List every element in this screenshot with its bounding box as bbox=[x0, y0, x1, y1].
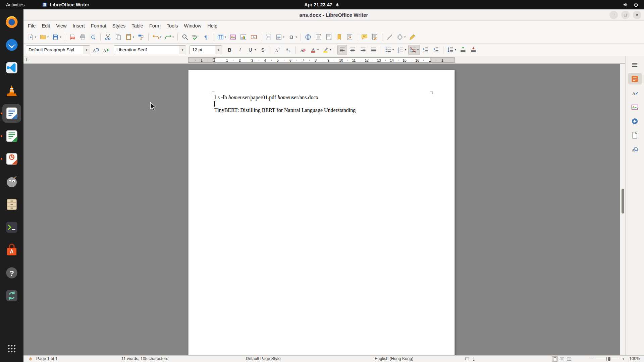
dropdown-arrow-icon[interactable]: ▾ bbox=[255, 48, 256, 51]
increase-indent-button[interactable] bbox=[421, 45, 430, 55]
sidebar-tab-properties[interactable] bbox=[628, 73, 642, 84]
dock-firefox[interactable] bbox=[2, 13, 21, 32]
subscript-button[interactable] bbox=[283, 45, 293, 55]
view-book-button[interactable] bbox=[566, 356, 572, 362]
doc-line-2[interactable] bbox=[214, 101, 430, 107]
clear-formatting-button[interactable] bbox=[298, 45, 308, 55]
special-character-button[interactable]: ▾ bbox=[286, 32, 298, 42]
dropdown-arrow-icon[interactable]: ▾ bbox=[283, 36, 284, 39]
dock-help[interactable] bbox=[2, 263, 21, 282]
sidebar-tab-style-inspector[interactable] bbox=[628, 143, 642, 155]
insert-comment-button[interactable] bbox=[360, 32, 369, 42]
export-pdf-button[interactable] bbox=[67, 32, 77, 42]
document-text[interactable]: Ls -lh homeuser/paper01.pdf homeuser/ans… bbox=[214, 94, 430, 113]
hyperlink-button[interactable] bbox=[303, 32, 313, 42]
strikethrough-button[interactable]: S bbox=[258, 45, 268, 55]
update-style-button[interactable] bbox=[91, 45, 101, 55]
dropdown-arrow-icon[interactable]: ▾ bbox=[455, 48, 456, 51]
dock-terminal[interactable] bbox=[2, 218, 21, 237]
dock-libreoffice-writer[interactable] bbox=[2, 104, 21, 123]
font-size-combobox[interactable]: 12 pt ▾ bbox=[190, 45, 222, 54]
system-status-area[interactable] bbox=[623, 2, 644, 7]
menu-file[interactable]: File bbox=[25, 22, 39, 30]
paragraph-style-combobox[interactable]: Default Paragraph Styl ▾ bbox=[26, 45, 90, 54]
menu-insert[interactable]: Insert bbox=[70, 22, 88, 30]
dropdown-arrow-icon[interactable]: ▾ bbox=[60, 36, 61, 39]
new-style-button[interactable] bbox=[101, 45, 111, 55]
superscript-button[interactable] bbox=[273, 45, 282, 55]
left-indent-marker[interactable] bbox=[213, 60, 216, 62]
insert-line-button[interactable] bbox=[385, 32, 394, 42]
dock-thunderbird[interactable] bbox=[2, 36, 21, 54]
dropdown-arrow-icon[interactable]: ▾ bbox=[225, 36, 226, 39]
zoom-percentage[interactable]: 100% bbox=[629, 356, 640, 361]
menu-help[interactable]: Help bbox=[204, 22, 220, 30]
spelling-button[interactable] bbox=[191, 32, 200, 42]
word-count-status[interactable]: 11 words, 105 characters bbox=[121, 356, 168, 361]
page-style-status[interactable]: Default Page Style bbox=[246, 356, 281, 361]
insert-bookmark-button[interactable] bbox=[334, 32, 344, 42]
activities-button[interactable]: Activities bbox=[0, 0, 31, 9]
menu-view[interactable]: View bbox=[53, 22, 69, 30]
insert-chart-button[interactable] bbox=[238, 32, 248, 42]
dock-gimp[interactable] bbox=[2, 172, 21, 191]
unordered-list-button[interactable]: ▾ bbox=[383, 45, 395, 55]
menu-window[interactable]: Window bbox=[181, 22, 205, 30]
vertical-scrollbar[interactable] bbox=[620, 64, 625, 355]
dropdown-arrow-icon[interactable]: ▾ bbox=[405, 48, 406, 51]
paste-button[interactable]: ▾ bbox=[124, 32, 136, 42]
dock-show-applications[interactable] bbox=[2, 339, 21, 358]
first-line-indent-marker[interactable] bbox=[213, 58, 216, 60]
highlight-color-button[interactable]: ▾ bbox=[321, 45, 332, 55]
line-spacing-button[interactable]: ▾ bbox=[446, 45, 458, 55]
copy-button[interactable] bbox=[113, 32, 123, 42]
font-color-button[interactable]: ▾ bbox=[308, 45, 320, 55]
dock-utilities[interactable] bbox=[2, 286, 21, 305]
track-changes-button[interactable] bbox=[370, 32, 380, 42]
title-bar[interactable]: ans.docx - LibreOffice Writer −□× bbox=[23, 9, 644, 21]
insert-image-button[interactable] bbox=[228, 32, 238, 42]
language-status[interactable]: English (Hong Kong) bbox=[375, 356, 413, 361]
justify-button[interactable] bbox=[369, 45, 378, 55]
menu-form[interactable]: Form bbox=[146, 22, 164, 30]
dock-vlc[interactable] bbox=[2, 81, 21, 100]
zoom-in-button[interactable]: + bbox=[622, 356, 625, 362]
view-multi-page-button[interactable] bbox=[559, 356, 565, 362]
dropdown-arrow-icon[interactable]: ▾ bbox=[317, 48, 319, 51]
cut-button[interactable] bbox=[103, 32, 113, 42]
undo-button[interactable]: ▾ bbox=[151, 32, 163, 42]
focused-app-indicator[interactable]: LibreOffice Writer bbox=[42, 2, 89, 7]
sidebar-settings-button[interactable] bbox=[628, 59, 642, 70]
zoom-track[interactable] bbox=[594, 356, 620, 362]
page-number-status[interactable]: Page 1 of 1 bbox=[36, 356, 58, 361]
menu-format[interactable]: Format bbox=[88, 22, 109, 30]
zoom-out-button[interactable]: − bbox=[589, 356, 592, 362]
document-page[interactable]: Ls -lh homeuser/paper01.pdf homeuser/ans… bbox=[188, 70, 455, 355]
view-single-page-button[interactable] bbox=[552, 356, 558, 362]
menu-table[interactable]: Table bbox=[128, 22, 146, 30]
insert-textbox-button[interactable] bbox=[249, 32, 259, 42]
doc-line-1[interactable]: Ls -lh homeuser/paper01.pdf homeuser/ans… bbox=[214, 94, 430, 101]
dropdown-arrow-icon[interactable]: ▾ bbox=[47, 36, 49, 39]
menu-tools[interactable]: Tools bbox=[164, 22, 181, 30]
sidebar-tab-gallery[interactable] bbox=[628, 101, 642, 113]
dock-libreoffice-calc[interactable] bbox=[2, 127, 21, 145]
chevron-down-icon[interactable]: ▾ bbox=[83, 46, 90, 54]
find-replace-button[interactable] bbox=[180, 32, 190, 42]
dropdown-arrow-icon[interactable]: ▾ bbox=[392, 48, 394, 51]
dropdown-arrow-icon[interactable]: ▾ bbox=[404, 36, 406, 39]
insert-endnote-button[interactable] bbox=[324, 32, 334, 42]
sidebar-tab-page[interactable] bbox=[628, 129, 642, 141]
dropdown-arrow-icon[interactable]: ▾ bbox=[296, 36, 297, 39]
sidebar-tab-navigator[interactable] bbox=[628, 115, 642, 127]
doc-line-3[interactable]: TinyBERT: Distilling BERT for Natural La… bbox=[214, 107, 430, 113]
selection-mode-icon[interactable] bbox=[471, 356, 476, 361]
dropdown-arrow-icon[interactable]: ▾ bbox=[133, 36, 134, 39]
align-left-button[interactable] bbox=[337, 45, 347, 55]
chevron-down-icon[interactable]: ▾ bbox=[215, 46, 222, 54]
dock-files[interactable] bbox=[2, 195, 21, 214]
menu-edit[interactable]: Edit bbox=[39, 22, 53, 30]
align-center-button[interactable] bbox=[348, 45, 358, 55]
dropdown-arrow-icon[interactable]: ▾ bbox=[417, 48, 419, 51]
save-button[interactable]: ▾ bbox=[51, 32, 62, 42]
